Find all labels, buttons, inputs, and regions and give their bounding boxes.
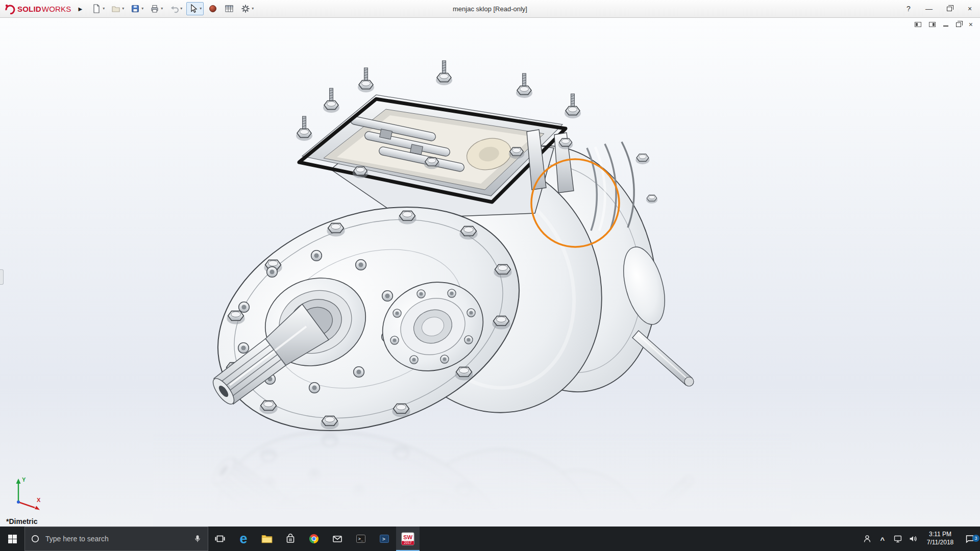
store-icon	[284, 533, 297, 545]
minimize-button[interactable]: —	[919, 0, 939, 17]
cortana-icon	[30, 534, 40, 544]
y-axis-arrow	[16, 479, 21, 484]
dropdown-caret[interactable]: ▾	[141, 7, 143, 11]
display-icon	[892, 533, 903, 544]
powershell-button[interactable]: >	[373, 527, 396, 551]
new-document-button[interactable]: ▾	[89, 2, 107, 15]
microphone-icon[interactable]	[192, 533, 203, 544]
windows-logo-icon	[8, 534, 17, 544]
undo-button[interactable]: ▾	[167, 2, 184, 15]
graphics-area[interactable]: × Y X *Dimetric	[0, 18, 980, 527]
chrome-button[interactable]	[302, 527, 326, 551]
open-folder-icon	[111, 4, 121, 14]
z-axis-indicator	[17, 500, 20, 504]
svg-text:SW: SW	[403, 534, 413, 540]
terminal-button[interactable]: >_	[349, 527, 373, 551]
brand-text-works: WORKS	[42, 5, 71, 13]
x-axis-label: X	[37, 497, 41, 503]
output-shaft[interactable]	[632, 331, 694, 386]
select-cursor-icon	[188, 4, 199, 14]
brand-text-solid: SOLID	[17, 5, 41, 13]
save-icon	[130, 4, 140, 14]
menu-expand-button[interactable]: ▶	[75, 6, 87, 12]
display-button[interactable]	[890, 533, 905, 544]
titlebar: SOLID WORKS ▶ ▾ ▾	[0, 0, 980, 18]
dropdown-caret[interactable]: ▾	[103, 7, 105, 11]
save-button[interactable]: ▾	[128, 2, 145, 15]
panel-collapse-tab[interactable]	[0, 269, 4, 285]
rear-housing-bolts[interactable]	[635, 154, 657, 204]
reference-triad: Y X	[6, 472, 47, 513]
volume-button[interactable]	[905, 533, 921, 544]
volume-icon	[908, 533, 919, 544]
start-button[interactable]	[0, 527, 24, 551]
print-button[interactable]: ▾	[148, 2, 165, 15]
chrome-icon	[308, 533, 320, 545]
doc-close-button[interactable]: ×	[969, 21, 973, 28]
appearances-button[interactable]	[206, 2, 220, 15]
view-orientation-label: *Dimetric	[6, 517, 37, 525]
task-view-icon	[214, 533, 226, 545]
doc-restore-icon	[956, 22, 961, 27]
clock-date: 7/11/2018	[927, 539, 954, 546]
window-title: menjac sklop [Read-only]	[453, 5, 527, 13]
people-button[interactable]	[860, 533, 875, 544]
document-window-controls: ×	[915, 21, 973, 28]
quick-access-toolbar: ▾ ▾ ▾	[89, 2, 256, 15]
select-tool-button[interactable]: ▾	[186, 2, 204, 15]
pane-left-button[interactable]	[915, 21, 921, 28]
options-button[interactable]: ▾	[238, 2, 256, 15]
mail-button[interactable]	[326, 527, 349, 551]
solidworks-logo: SOLID WORKS	[0, 3, 75, 14]
gear-icon	[240, 4, 251, 14]
store-button[interactable]	[279, 527, 302, 551]
svg-text:2017: 2017	[404, 541, 411, 544]
doc-restore-button[interactable]	[956, 21, 961, 28]
solidworks-logo-mark	[4, 3, 15, 14]
solidworks-taskbar-button[interactable]: SW 2017	[396, 527, 420, 551]
doc-minimize-button[interactable]	[943, 21, 948, 28]
system-tray: ^ 3:11 PM 7/11/2018	[860, 527, 980, 551]
minimize-icon: —	[925, 5, 933, 13]
dropdown-caret[interactable]: ▾	[161, 7, 163, 11]
taskbar: Type here to search e	[0, 527, 980, 551]
svg-text:>_: >_	[358, 537, 363, 541]
svg-text:>: >	[382, 536, 385, 542]
search-placeholder: Type here to search	[45, 535, 109, 543]
taskbar-search[interactable]: Type here to search	[24, 527, 208, 551]
dropdown-caret[interactable]: ▾	[252, 7, 254, 11]
tray-expand-button[interactable]: ^	[875, 535, 890, 543]
pane-right-icon	[929, 22, 936, 27]
people-icon	[862, 533, 873, 544]
design-table-button[interactable]	[222, 2, 236, 15]
dropdown-caret[interactable]: ▾	[122, 7, 124, 11]
action-center-button[interactable]: 3	[960, 533, 980, 544]
print-icon	[150, 4, 160, 14]
terminal-icon: >_	[355, 533, 367, 545]
solidworks-window: SOLID WORKS ▶ ▾ ▾	[0, 0, 980, 551]
design-table-icon	[224, 4, 234, 14]
task-view-button[interactable]	[208, 527, 232, 551]
y-axis-label: Y	[22, 477, 26, 483]
edge-icon: e	[239, 532, 247, 546]
pane-right-button[interactable]	[929, 21, 936, 28]
file-explorer-button[interactable]	[255, 527, 279, 551]
pane-left-icon	[915, 22, 921, 27]
restore-button[interactable]	[939, 0, 960, 17]
notification-badge: 3	[972, 535, 979, 542]
restore-icon	[947, 7, 952, 11]
taskbar-clock[interactable]: 3:11 PM 7/11/2018	[921, 531, 960, 546]
help-button[interactable]: ?	[898, 0, 919, 17]
chevron-up-icon: ^	[880, 536, 885, 544]
gearbox-model[interactable]	[0, 18, 980, 527]
open-button[interactable]: ▾	[109, 2, 126, 15]
clock-time: 3:11 PM	[929, 531, 951, 538]
gearbox-assembly[interactable]	[186, 61, 694, 470]
dropdown-caret[interactable]: ▾	[200, 7, 202, 11]
close-button[interactable]: ×	[960, 0, 980, 17]
x-axis-arrow	[35, 506, 40, 510]
dropdown-caret[interactable]: ▾	[180, 7, 182, 11]
reflection-fade	[153, 431, 791, 527]
undo-icon	[169, 4, 179, 14]
edge-button[interactable]: e	[232, 527, 255, 551]
